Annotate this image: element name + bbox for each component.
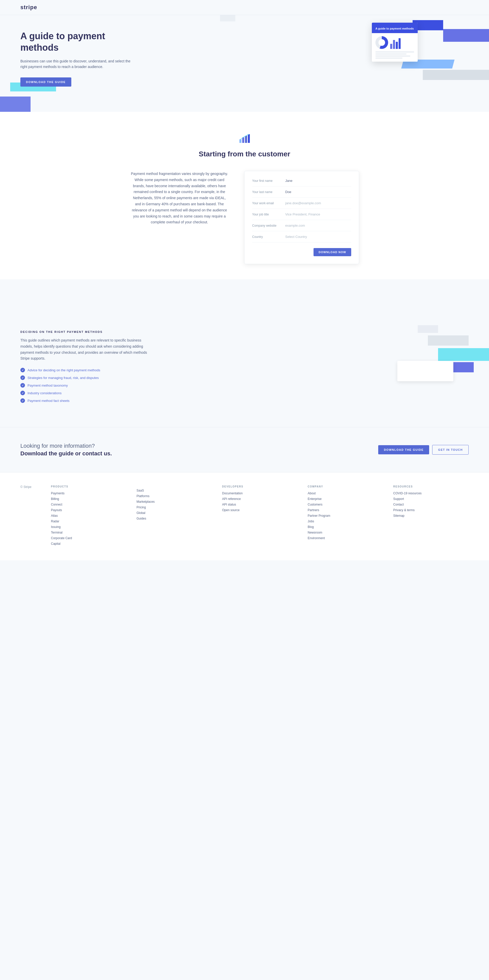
footer-link-partner-program[interactable]: Partner Program bbox=[307, 514, 383, 517]
footer-link-partners[interactable]: Partners bbox=[307, 508, 383, 512]
footer-link-api-status[interactable]: API status bbox=[222, 503, 298, 506]
deciding-description: This guide outlines which payment method… bbox=[21, 337, 148, 362]
deciding-shapes bbox=[387, 315, 489, 404]
value-firstname[interactable]: Jane bbox=[285, 179, 351, 183]
hero-description: Businesses can use this guide to discove… bbox=[21, 58, 132, 70]
check-icon-1 bbox=[21, 368, 25, 372]
footer-link-blog[interactable]: Blog bbox=[307, 525, 383, 529]
cta-get-touch-button[interactable]: GET IN TOUCH bbox=[432, 445, 468, 455]
footer-link-radar[interactable]: Radar bbox=[51, 520, 126, 523]
checklist-item-4: Industry considerations bbox=[21, 391, 148, 395]
download-form-card: Your first name Jane Your last name Doe … bbox=[244, 171, 359, 264]
form-row-website: Company website example.com bbox=[252, 224, 351, 231]
shape-2 bbox=[443, 29, 489, 42]
footer-link-privacy[interactable]: Privacy & terms bbox=[393, 508, 468, 512]
footer-link-global[interactable]: Global bbox=[137, 511, 212, 515]
checklist-text-5: Payment method fact sheets bbox=[27, 399, 70, 402]
footer-col-products: PRODUCTS Payments Billing Connect Payout… bbox=[51, 485, 126, 547]
chart-area bbox=[376, 36, 414, 49]
cta-section: Looking for more information? Download t… bbox=[0, 427, 489, 472]
checklist-item-1: Advice for deciding on the right payment… bbox=[21, 368, 148, 372]
card-line-2 bbox=[376, 54, 406, 54]
ds-shape-1 bbox=[428, 336, 468, 345]
footer-link-environment[interactable]: Environment bbox=[307, 536, 383, 540]
form-row-country: Country Select Country bbox=[252, 235, 351, 242]
customer-section: Starting from the customer Payment metho… bbox=[0, 112, 489, 279]
footer-link-newsroom[interactable]: Newsroom bbox=[307, 531, 383, 534]
footer-link-covid[interactable]: COVID-19 resources bbox=[393, 492, 468, 495]
label-jobtitle: Your job title bbox=[252, 213, 285, 216]
hero-document-card: A guide to payment methods bbox=[372, 23, 418, 62]
footer-link-about[interactable]: About bbox=[307, 492, 383, 495]
checklist-text-4: Industry considerations bbox=[27, 391, 62, 395]
value-website[interactable]: example.com bbox=[285, 224, 351, 228]
ds-shape-2 bbox=[438, 348, 489, 361]
footer-col-developers-title: DEVELOPERS bbox=[222, 485, 298, 488]
footer-copyright: © Stripe bbox=[21, 485, 41, 489]
deciding-visual bbox=[163, 330, 468, 407]
deciding-label: DECIDING ON THE RIGHT PAYMENT METHODS bbox=[21, 330, 148, 333]
footer-link-guides[interactable]: Guides bbox=[137, 517, 212, 520]
hero-card-body bbox=[372, 33, 418, 62]
hero-card-header: A guide to payment methods bbox=[372, 23, 418, 33]
bar-3 bbox=[396, 42, 398, 49]
footer-link-saas[interactable]: SaaS bbox=[137, 489, 212, 492]
checklist: Advice for deciding on the right payment… bbox=[21, 368, 148, 403]
footer-link-marketplaces[interactable]: Marketplaces bbox=[137, 500, 212, 503]
form-submit-button[interactable]: DOWNLOAD NOW bbox=[314, 248, 351, 256]
hero-section: A guide to payment methods Businesses ca… bbox=[0, 15, 489, 112]
label-firstname: Your first name bbox=[252, 179, 285, 183]
footer-link-connect[interactable]: Connect bbox=[51, 503, 126, 506]
footer-link-issuing[interactable]: Issuing bbox=[51, 525, 126, 529]
footer-link-documentation[interactable]: Documentation bbox=[222, 492, 298, 495]
footer-link-capital[interactable]: Capital bbox=[51, 542, 126, 546]
footer-link-atlas[interactable]: Atlas bbox=[51, 514, 126, 517]
footer-link-customers[interactable]: Customers bbox=[307, 503, 383, 506]
footer-link-terminal[interactable]: Terminal bbox=[51, 531, 126, 534]
bar-4 bbox=[398, 38, 401, 49]
check-icon-2 bbox=[21, 375, 25, 380]
checklist-item-2: Strategies for managing fraud, risk, and… bbox=[21, 375, 148, 380]
value-lastname[interactable]: Doe bbox=[285, 190, 351, 194]
footer-link-pricing[interactable]: Pricing bbox=[137, 506, 212, 509]
card-line-1 bbox=[376, 51, 414, 52]
value-email[interactable]: jane.doe@example.com bbox=[285, 201, 351, 205]
value-jobtitle[interactable]: Vice President, Finance bbox=[285, 212, 351, 216]
cta-download-button[interactable]: DOWNLOAD THE GUIDE bbox=[378, 445, 429, 454]
label-email: Your work email bbox=[252, 202, 285, 205]
footer-link-payments[interactable]: Payments bbox=[51, 492, 126, 495]
value-country[interactable]: Select Country bbox=[285, 235, 351, 239]
footer-link-corporate-card[interactable]: Corporate Card bbox=[51, 536, 126, 540]
donut-chart bbox=[376, 36, 388, 49]
deciding-card bbox=[397, 361, 453, 381]
footer-link-platforms[interactable]: Platforms bbox=[137, 494, 212, 498]
footer-col-resources-title: RESOURCES bbox=[393, 485, 468, 488]
footer-link-support[interactable]: Support bbox=[393, 497, 468, 501]
bar-2 bbox=[393, 40, 395, 49]
section-chart-icon bbox=[238, 132, 251, 145]
shape-7 bbox=[220, 15, 235, 21]
svg-rect-0 bbox=[239, 139, 241, 143]
cta-text-sub: Download the guide or contact us. bbox=[21, 450, 112, 457]
footer-link-sitemap[interactable]: Sitemap bbox=[393, 514, 468, 517]
bar-1 bbox=[390, 44, 392, 49]
footer-link-api-reference[interactable]: API reference bbox=[222, 497, 298, 501]
footer-col-company: COMPANY About Enterprise Customers Partn… bbox=[307, 485, 383, 542]
footer-link-payouts[interactable]: Payouts bbox=[51, 508, 126, 512]
footer-link-billing[interactable]: Billing bbox=[51, 497, 126, 501]
checklist-text-2: Strategies for managing fraud, risk, and… bbox=[27, 376, 99, 380]
footer-link-contact[interactable]: Contact bbox=[393, 503, 468, 506]
footer-link-enterprise[interactable]: Enterprise bbox=[307, 497, 383, 501]
site-header: stripe bbox=[0, 0, 489, 15]
footer-col-company-title: COMPANY bbox=[307, 485, 383, 488]
footer-link-jobs[interactable]: Jobs bbox=[307, 520, 383, 523]
hero-download-button[interactable]: DOWNLOAD THE GUIDE bbox=[21, 78, 71, 87]
svg-rect-3 bbox=[248, 134, 250, 143]
stripe-logo: stripe bbox=[21, 4, 37, 11]
check-icon-3 bbox=[21, 383, 25, 388]
label-website: Company website bbox=[252, 224, 285, 228]
site-footer: © Stripe PRODUCTS Payments Billing Conne… bbox=[0, 472, 489, 560]
checklist-text-3: Payment method taxonomy bbox=[27, 383, 68, 387]
footer-link-open-source[interactable]: Open source bbox=[222, 508, 298, 512]
checklist-text-1: Advice for deciding on the right payment… bbox=[27, 368, 100, 372]
